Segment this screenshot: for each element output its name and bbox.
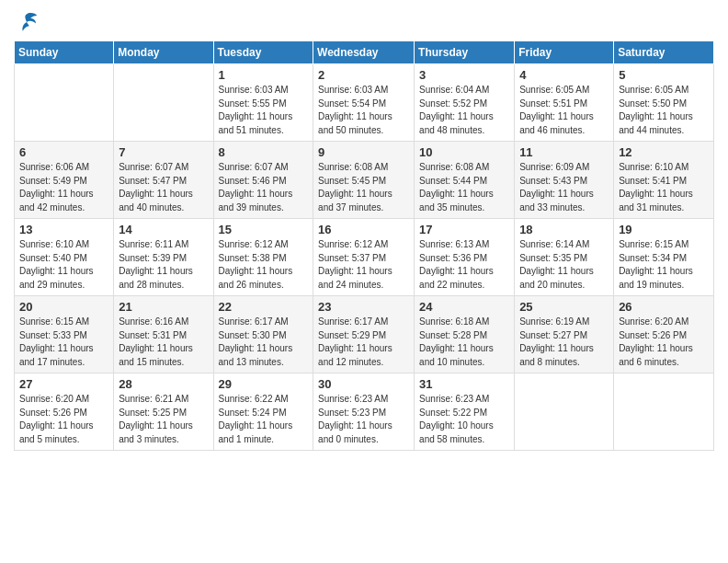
day-info: Sunrise: 6:18 AM Sunset: 5:28 PM Dayligh…	[419, 316, 509, 369]
day-cell: 7Sunrise: 6:07 AM Sunset: 5:47 PM Daylig…	[114, 142, 213, 219]
day-number: 22	[219, 300, 309, 314]
day-info: Sunrise: 6:03 AM Sunset: 5:54 PM Dayligh…	[318, 84, 409, 137]
col-header-saturday: Saturday	[614, 41, 714, 64]
day-info: Sunrise: 6:03 AM Sunset: 5:55 PM Dayligh…	[219, 84, 309, 137]
col-header-wednesday: Wednesday	[313, 41, 415, 64]
day-cell: 25Sunrise: 6:19 AM Sunset: 5:27 PM Dayli…	[515, 296, 614, 373]
day-number: 3	[419, 68, 509, 82]
day-cell: 30Sunrise: 6:23 AM Sunset: 5:23 PM Dayli…	[313, 373, 415, 451]
day-cell: 11Sunrise: 6:09 AM Sunset: 5:43 PM Dayli…	[515, 142, 614, 219]
day-number: 18	[519, 223, 609, 236]
day-number: 20	[19, 300, 108, 314]
day-info: Sunrise: 6:08 AM Sunset: 5:44 PM Dayligh…	[419, 161, 509, 214]
day-number: 4	[519, 68, 609, 82]
day-info: Sunrise: 6:23 AM Sunset: 5:22 PM Dayligh…	[419, 393, 509, 446]
day-info: Sunrise: 6:17 AM Sunset: 5:29 PM Dayligh…	[318, 316, 409, 369]
day-cell: 12Sunrise: 6:10 AM Sunset: 5:41 PM Dayli…	[614, 142, 714, 219]
day-number: 1	[219, 68, 309, 82]
day-number: 12	[619, 145, 709, 159]
day-info: Sunrise: 6:21 AM Sunset: 5:25 PM Dayligh…	[119, 393, 208, 446]
day-cell: 29Sunrise: 6:22 AM Sunset: 5:24 PM Dayli…	[213, 373, 313, 451]
day-number: 14	[119, 223, 208, 236]
day-cell: 28Sunrise: 6:21 AM Sunset: 5:25 PM Dayli…	[114, 373, 213, 451]
col-header-monday: Monday	[114, 41, 213, 64]
day-info: Sunrise: 6:19 AM Sunset: 5:27 PM Dayligh…	[519, 316, 609, 369]
day-info: Sunrise: 6:05 AM Sunset: 5:50 PM Dayligh…	[619, 84, 709, 137]
calendar-page: SundayMondayTuesdayWednesdayThursdayFrid…	[0, 0, 728, 563]
day-info: Sunrise: 6:04 AM Sunset: 5:52 PM Dayligh…	[419, 84, 509, 137]
day-number: 8	[219, 145, 309, 159]
col-header-sunday: Sunday	[15, 41, 114, 64]
day-info: Sunrise: 6:06 AM Sunset: 5:49 PM Dayligh…	[19, 161, 108, 214]
day-info: Sunrise: 6:14 AM Sunset: 5:35 PM Dayligh…	[519, 238, 609, 292]
day-cell: 5Sunrise: 6:05 AM Sunset: 5:50 PM Daylig…	[614, 64, 714, 142]
day-number: 11	[519, 145, 609, 159]
day-cell: 21Sunrise: 6:16 AM Sunset: 5:31 PM Dayli…	[114, 296, 213, 373]
day-cell: 19Sunrise: 6:15 AM Sunset: 5:34 PM Dayli…	[614, 219, 714, 296]
week-row-1: 1Sunrise: 6:03 AM Sunset: 5:55 PM Daylig…	[15, 64, 714, 142]
col-header-friday: Friday	[515, 41, 614, 64]
calendar-body: 1Sunrise: 6:03 AM Sunset: 5:55 PM Daylig…	[15, 64, 714, 451]
day-cell: 27Sunrise: 6:20 AM Sunset: 5:26 PM Dayli…	[15, 373, 114, 451]
day-number: 5	[619, 68, 709, 82]
day-cell: 18Sunrise: 6:14 AM Sunset: 5:35 PM Dayli…	[515, 219, 614, 296]
day-number: 21	[119, 300, 208, 314]
week-row-4: 20Sunrise: 6:15 AM Sunset: 5:33 PM Dayli…	[15, 296, 714, 373]
day-number: 10	[419, 145, 509, 159]
day-cell: 16Sunrise: 6:12 AM Sunset: 5:37 PM Dayli…	[313, 219, 415, 296]
day-cell: 17Sunrise: 6:13 AM Sunset: 5:36 PM Dayli…	[415, 219, 515, 296]
day-cell: 26Sunrise: 6:20 AM Sunset: 5:26 PM Dayli…	[614, 296, 714, 373]
day-cell: 31Sunrise: 6:23 AM Sunset: 5:22 PM Dayli…	[415, 373, 515, 451]
day-info: Sunrise: 6:10 AM Sunset: 5:41 PM Dayligh…	[619, 161, 709, 214]
day-cell: 3Sunrise: 6:04 AM Sunset: 5:52 PM Daylig…	[415, 64, 515, 142]
day-cell: 23Sunrise: 6:17 AM Sunset: 5:29 PM Dayli…	[313, 296, 415, 373]
day-info: Sunrise: 6:22 AM Sunset: 5:24 PM Dayligh…	[219, 393, 309, 446]
day-number: 15	[219, 223, 309, 236]
day-info: Sunrise: 6:13 AM Sunset: 5:36 PM Dayligh…	[419, 238, 509, 292]
day-info: Sunrise: 6:20 AM Sunset: 5:26 PM Dayligh…	[619, 316, 709, 369]
day-info: Sunrise: 6:12 AM Sunset: 5:37 PM Dayligh…	[318, 238, 409, 292]
day-number: 6	[19, 145, 108, 159]
day-number: 23	[318, 300, 409, 314]
day-cell	[614, 373, 714, 451]
day-number: 24	[419, 300, 509, 314]
day-cell: 8Sunrise: 6:07 AM Sunset: 5:46 PM Daylig…	[213, 142, 313, 219]
day-cell: 13Sunrise: 6:10 AM Sunset: 5:40 PM Dayli…	[15, 219, 114, 296]
day-info: Sunrise: 6:10 AM Sunset: 5:40 PM Dayligh…	[19, 238, 108, 292]
week-row-5: 27Sunrise: 6:20 AM Sunset: 5:26 PM Dayli…	[15, 373, 714, 451]
day-number: 30	[318, 377, 409, 391]
day-number: 31	[419, 377, 509, 391]
logo	[14, 9, 43, 35]
day-info: Sunrise: 6:12 AM Sunset: 5:38 PM Dayligh…	[219, 238, 309, 292]
day-cell: 10Sunrise: 6:08 AM Sunset: 5:44 PM Dayli…	[415, 142, 515, 219]
col-header-thursday: Thursday	[415, 41, 515, 64]
day-cell: 1Sunrise: 6:03 AM Sunset: 5:55 PM Daylig…	[213, 64, 313, 142]
day-cell: 15Sunrise: 6:12 AM Sunset: 5:38 PM Dayli…	[213, 219, 313, 296]
day-info: Sunrise: 6:07 AM Sunset: 5:46 PM Dayligh…	[219, 161, 309, 214]
day-cell: 9Sunrise: 6:08 AM Sunset: 5:45 PM Daylig…	[313, 142, 415, 219]
day-cell	[114, 64, 213, 142]
day-number: 16	[318, 223, 409, 236]
day-number: 13	[19, 223, 108, 236]
day-info: Sunrise: 6:07 AM Sunset: 5:47 PM Dayligh…	[119, 161, 208, 214]
day-number: 27	[19, 377, 108, 391]
day-info: Sunrise: 6:15 AM Sunset: 5:34 PM Dayligh…	[619, 238, 709, 292]
day-cell: 14Sunrise: 6:11 AM Sunset: 5:39 PM Dayli…	[114, 219, 213, 296]
day-cell: 6Sunrise: 6:06 AM Sunset: 5:49 PM Daylig…	[15, 142, 114, 219]
day-cell	[515, 373, 614, 451]
day-number: 29	[219, 377, 309, 391]
week-row-3: 13Sunrise: 6:10 AM Sunset: 5:40 PM Dayli…	[15, 219, 714, 296]
header	[14, 9, 714, 35]
day-info: Sunrise: 6:08 AM Sunset: 5:45 PM Dayligh…	[318, 161, 409, 214]
day-number: 7	[119, 145, 208, 159]
day-info: Sunrise: 6:11 AM Sunset: 5:39 PM Dayligh…	[119, 238, 208, 292]
day-info: Sunrise: 6:23 AM Sunset: 5:23 PM Dayligh…	[318, 393, 409, 446]
calendar-table: SundayMondayTuesdayWednesdayThursdayFrid…	[14, 40, 714, 451]
day-info: Sunrise: 6:20 AM Sunset: 5:26 PM Dayligh…	[19, 393, 108, 446]
logo-icon	[14, 9, 40, 35]
day-number: 17	[419, 223, 509, 236]
day-number: 2	[318, 68, 409, 82]
calendar-header-row: SundayMondayTuesdayWednesdayThursdayFrid…	[15, 41, 714, 64]
day-number: 28	[119, 377, 208, 391]
day-info: Sunrise: 6:05 AM Sunset: 5:51 PM Dayligh…	[519, 84, 609, 137]
